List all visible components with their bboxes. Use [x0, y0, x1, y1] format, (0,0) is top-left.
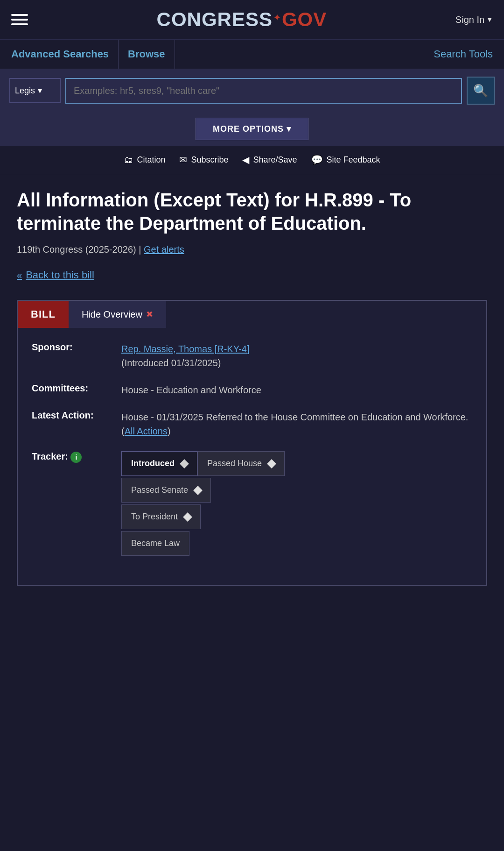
nav-advanced-searches[interactable]: Advanced Searches	[11, 40, 119, 69]
search-bar-container: Legis ▾ 🔍	[0, 69, 504, 112]
tracker-step-to-president: To President	[121, 504, 201, 529]
search-input[interactable]	[66, 79, 461, 103]
tracker-value: Introduced Passed House Passed Sena	[121, 451, 472, 558]
tracker-row-4: Became Law	[121, 531, 472, 556]
committees-value: House - Education and Workforce	[121, 383, 472, 397]
tracker-passed-senate-label: Passed Senate	[131, 484, 188, 496]
sponsor-row: Sponsor: Rep. Massie, Thomas [R-KY-4] (I…	[32, 342, 472, 370]
tracker-row-3: To President	[121, 504, 472, 529]
all-actions-link[interactable]: All Actions	[125, 426, 168, 436]
search-icon: 🔍	[473, 84, 488, 98]
all-actions-paren: (	[121, 426, 125, 436]
citation-label: Citation	[137, 155, 165, 165]
tracker-diamond-introduced	[180, 459, 189, 468]
tracker-introduced-label: Introduced	[131, 457, 175, 470]
latest-action-value: House - 01/31/2025 Referred to the House…	[121, 410, 472, 438]
get-alerts-link[interactable]: Get alerts	[144, 244, 184, 255]
citation-icon: 🗂	[124, 155, 133, 165]
site-feedback-label: Site Feedback	[327, 155, 380, 165]
hamburger-menu[interactable]	[11, 14, 28, 25]
chevron-down-icon: ▾	[38, 85, 42, 96]
search-type-label: Legis	[15, 86, 35, 96]
sign-in-label: Sign In	[455, 14, 484, 25]
bill-overview-card: BILL Hide Overview ✖ Sponsor: Rep. Massi…	[17, 300, 487, 586]
search-type-dropdown[interactable]: Legis ▾	[9, 78, 61, 103]
tracker-label: Tracker: i	[32, 451, 116, 463]
tab-bill[interactable]: BILL	[18, 301, 69, 328]
tracker-row: Tracker: i Introduced Passed House	[32, 451, 472, 558]
sign-in-button[interactable]: Sign In ▼	[455, 14, 493, 25]
tracker-label-text: Tracker:	[32, 451, 68, 461]
subscribe-button[interactable]: ✉ Subscribe	[179, 154, 228, 165]
nav-search-tools[interactable]: Search Tools	[434, 40, 493, 69]
subscribe-label: Subscribe	[191, 155, 228, 165]
sponsor-link[interactable]: Rep. Massie, Thomas [R-KY-4]	[121, 344, 250, 354]
sponsor-value: Rep. Massie, Thomas [R-KY-4] (Introduced…	[121, 342, 472, 370]
citation-button[interactable]: 🗂 Citation	[124, 155, 165, 165]
close-paren: )	[168, 426, 171, 436]
share-icon: ◀	[242, 154, 249, 165]
action-bar: 🗂 Citation ✉ Subscribe ◀ Share/Save 💬 Si…	[0, 146, 504, 174]
chevron-down-icon: ▼	[486, 16, 493, 23]
main-content: All Information (Except Text) for H.R.89…	[0, 174, 504, 600]
tracker-step-passed-house: Passed House	[197, 451, 285, 476]
tracker-step-became-law: Became Law	[121, 531, 189, 556]
sponsor-date: (Introduced 01/31/2025)	[121, 358, 221, 368]
committees-row: Committees: House - Education and Workfo…	[32, 383, 472, 397]
tracker-diamond-passed-senate	[193, 486, 203, 495]
latest-action-row: Latest Action: House - 01/31/2025 Referr…	[32, 410, 472, 438]
tracker-passed-house-label: Passed House	[207, 457, 262, 470]
chevron-down-icon: ▾	[287, 124, 291, 134]
more-options-button[interactable]: MORE OPTIONS ▾	[196, 118, 308, 140]
close-icon: ✖	[146, 309, 153, 319]
logo-dot: ✦	[273, 13, 281, 23]
tracker-container: Introduced Passed House Passed Sena	[121, 451, 472, 558]
tracker-diamond-passed-house	[267, 459, 276, 468]
tracker-to-president-label: To President	[131, 511, 178, 523]
search-input-wrapper	[65, 78, 462, 104]
tracker-step-introduced: Introduced	[121, 451, 197, 476]
back-to-bill-label: Back to this bill	[26, 269, 94, 281]
share-save-label: Share/Save	[253, 155, 297, 165]
header: CONGRESS ✦ GOV Sign In ▼	[0, 0, 504, 39]
more-options-bar: MORE OPTIONS ▾	[0, 112, 504, 146]
tracker-became-law-label: Became Law	[131, 537, 180, 550]
tracker-row-1: Introduced Passed House	[121, 451, 472, 476]
tracker-row-2: Passed Senate	[121, 478, 472, 503]
sponsor-label: Sponsor:	[32, 342, 116, 353]
tracker-diamond-to-president	[183, 512, 192, 522]
nav-browse[interactable]: Browse	[119, 40, 175, 69]
nav-bar: Advanced Searches Browse Search Tools	[0, 39, 504, 69]
tracker-step-passed-senate: Passed Senate	[121, 478, 211, 503]
bill-card-tabs: BILL Hide Overview ✖	[18, 301, 486, 328]
latest-action-text: House - 01/31/2025 Referred to the House…	[121, 412, 468, 422]
feedback-icon: 💬	[311, 154, 323, 165]
logo-gov-text: GOV	[282, 8, 327, 31]
tracker-info-icon[interactable]: i	[70, 452, 82, 463]
bill-details: Sponsor: Rep. Massie, Thomas [R-KY-4] (I…	[18, 328, 486, 585]
email-icon: ✉	[179, 154, 187, 165]
hide-overview-label: Hide Overview	[82, 309, 142, 320]
bill-title: All Information (Except Text) for H.R.89…	[17, 188, 487, 235]
congress-text: 119th Congress (2025-2026)	[17, 244, 136, 255]
share-save-button[interactable]: ◀ Share/Save	[242, 154, 297, 165]
congress-info: 119th Congress (2025-2026) | Get alerts	[17, 244, 487, 255]
tab-hide-overview[interactable]: Hide Overview ✖	[69, 301, 166, 328]
more-options-label: MORE OPTIONS	[213, 124, 284, 134]
logo[interactable]: CONGRESS ✦ GOV	[157, 8, 327, 31]
search-button[interactable]: 🔍	[467, 77, 495, 105]
back-to-bill-link[interactable]: « Back to this bill	[17, 269, 487, 281]
site-feedback-button[interactable]: 💬 Site Feedback	[311, 154, 380, 165]
latest-action-label: Latest Action:	[32, 410, 116, 421]
separator: |	[139, 244, 144, 255]
back-chevrons-icon: «	[17, 270, 22, 281]
logo-congress-text: CONGRESS	[157, 8, 273, 31]
committees-label: Committees:	[32, 383, 116, 394]
